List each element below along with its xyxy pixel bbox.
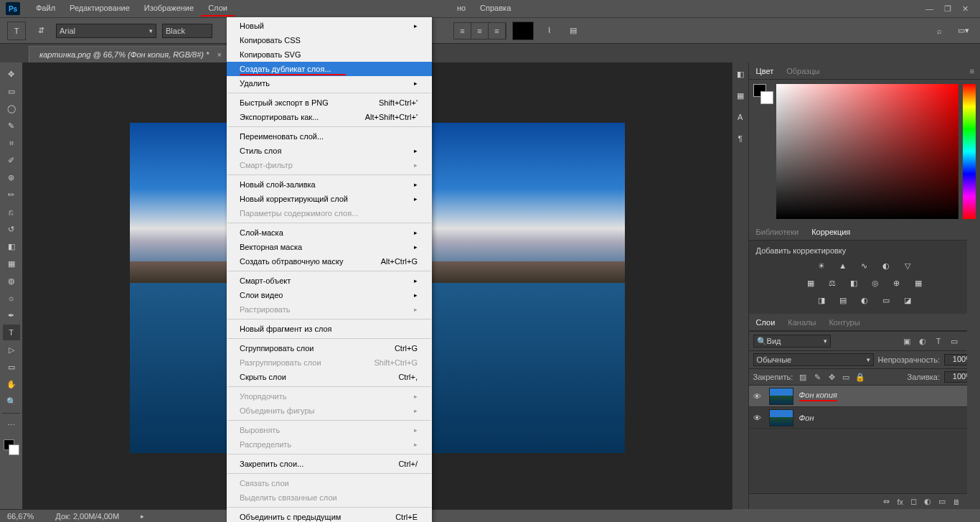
font-family-select[interactable]: Arial▾ — [56, 24, 156, 38]
bw-icon[interactable]: ◧ — [847, 276, 861, 289]
menu-редактирование[interactable]: Редактирование — [62, 1, 137, 17]
lock-artboard-icon[interactable]: ▭ — [840, 371, 852, 383]
hue-slider[interactable] — [963, 84, 976, 219]
tab-swatches[interactable]: Образцы — [785, 64, 821, 78]
brightness-icon[interactable]: ☀ — [814, 259, 829, 272]
move-tool[interactable]: ✥ — [3, 66, 20, 82]
color-field[interactable] — [776, 84, 958, 219]
menu-item[interactable]: Копировать CSS — [227, 33, 432, 47]
menu-item[interactable]: Объединить с предыдущимCtrl+E — [227, 510, 432, 522]
history-brush-tool[interactable]: ↺ — [3, 221, 20, 237]
filter-type-icon[interactable]: T — [933, 335, 944, 347]
minimize-button[interactable]: — — [925, 4, 933, 14]
menu-item[interactable]: Переименовать слой... — [227, 129, 432, 144]
link-layers-button[interactable]: ⇔ — [883, 497, 890, 506]
new-fill-button[interactable]: ◐ — [924, 497, 931, 506]
filter-shape-icon[interactable]: ▭ — [948, 335, 960, 347]
menu-слои[interactable]: Слои — [201, 1, 235, 17]
levels-icon[interactable]: ▲ — [836, 259, 850, 272]
edit-toolbar-button[interactable]: ⋯ — [3, 417, 20, 433]
crop-tool[interactable]: ⌗ — [3, 135, 20, 151]
lock-all-icon[interactable]: 🔒 — [854, 371, 866, 383]
lock-position-icon[interactable]: ✥ — [826, 371, 837, 383]
menu-item[interactable]: Новый▸ — [227, 19, 432, 33]
menu-item[interactable]: Смарт-объект▸ — [227, 274, 432, 288]
history-icon[interactable]: ◧ — [733, 67, 748, 81]
menu-item[interactable]: Экспортировать как...Alt+Shift+Ctrl+' — [227, 110, 432, 124]
new-group-button[interactable]: ▭ — [938, 497, 946, 506]
menu-item[interactable]: Стиль слоя▸ — [227, 144, 432, 158]
layer-visibility-toggle[interactable]: 👁 — [753, 392, 763, 401]
channel-mixer-icon[interactable]: ⊕ — [890, 276, 904, 289]
lookup-icon[interactable]: ▦ — [911, 276, 925, 289]
selective-color-icon[interactable]: ◪ — [900, 294, 915, 307]
type-tool[interactable]: T — [3, 325, 20, 340]
curves-icon[interactable]: ∿ — [857, 259, 872, 272]
zoom-level[interactable]: 66,67% — [7, 512, 34, 521]
posterize-icon[interactable]: ▤ — [836, 294, 850, 307]
character-panel-button[interactable]: ▤ — [564, 22, 583, 40]
color-swatch-pair[interactable] — [753, 84, 773, 104]
tab-libraries[interactable]: Библиотеки — [755, 225, 801, 239]
tab-layers[interactable]: Слои — [755, 315, 777, 330]
gradient-tool[interactable]: ▦ — [3, 256, 20, 271]
layer-filter-kind-select[interactable]: 🔍 Вид ▾ — [753, 335, 831, 348]
layer-row[interactable]: 👁Фон🔒 — [749, 407, 980, 429]
menu-item[interactable]: Новый фрагмент из слоя — [227, 322, 432, 336]
menu-справка[interactable]: Справка — [473, 1, 518, 17]
color-panel-menu[interactable]: ≡ — [970, 67, 974, 75]
close-button[interactable]: ✕ — [962, 4, 969, 14]
threshold-icon[interactable]: ◐ — [857, 294, 872, 307]
tab-channels[interactable]: Каналы — [786, 315, 817, 330]
lasso-tool[interactable]: ◯ — [3, 101, 20, 116]
gradient-map-icon[interactable]: ▭ — [879, 294, 893, 307]
maximize-button[interactable]: ❐ — [944, 4, 951, 14]
menu-item[interactable]: Сгруппировать слоиCtrl+G — [227, 341, 432, 355]
layer-visibility-toggle[interactable]: 👁 — [753, 414, 763, 422]
dodge-tool[interactable]: ☼ — [3, 290, 20, 306]
menu-item[interactable]: Удалить▸ — [227, 76, 432, 90]
menu-item[interactable]: Слои видео▸ — [227, 288, 432, 302]
font-color-select[interactable]: Black — [162, 24, 212, 38]
search-icon[interactable]: ⌕ — [930, 22, 948, 40]
workspace-switcher-button[interactable]: ▭▾ — [954, 22, 973, 40]
menu-изображение[interactable]: Изображение — [137, 1, 201, 17]
lock-image-icon[interactable]: ✎ — [811, 371, 823, 383]
blur-tool[interactable]: ◍ — [3, 273, 20, 289]
invert-icon[interactable]: ◨ — [814, 294, 829, 307]
foreground-background-swatch[interactable] — [2, 438, 21, 457]
menu-item[interactable]: Быстрый экспорт в PNGShift+Ctrl+' — [227, 95, 432, 110]
menu-item[interactable]: Слой-маска▸ — [227, 225, 432, 240]
zoom-tool[interactable]: 🔍 — [3, 393, 20, 409]
menu-item[interactable]: Создать обтравочную маскуAlt+Ctrl+G — [227, 254, 432, 269]
new-layer-button[interactable]: 🗎 — [953, 498, 961, 506]
menu-item[interactable]: Создать дубликат слоя... — [227, 62, 432, 76]
brush-tool[interactable]: ✏ — [3, 187, 20, 202]
paragraph-icon[interactable]: ¶ — [733, 131, 748, 146]
menu-item[interactable]: Копировать SVG — [227, 47, 432, 62]
marquee-tool[interactable]: ▭ — [3, 83, 20, 99]
status-menu-arrow[interactable]: ▸ — [141, 513, 144, 520]
blend-mode-select[interactable]: Обычные▾ — [753, 353, 874, 366]
layer-fx-button[interactable]: fx — [897, 498, 903, 506]
healing-brush-tool[interactable]: ⊛ — [3, 169, 20, 185]
align-center-button[interactable]: ≡ — [471, 23, 489, 39]
menu-item[interactable]: Новый слой-заливка▸ — [227, 177, 432, 192]
tab-color[interactable]: Цвет — [755, 64, 776, 78]
balance-icon[interactable]: ⚖ — [825, 276, 839, 289]
vibrance-icon[interactable]: ▽ — [900, 259, 915, 272]
layer-name[interactable]: Фон — [799, 414, 814, 422]
eraser-tool[interactable]: ◧ — [3, 238, 20, 254]
photo-filter-icon[interactable]: ◎ — [868, 276, 882, 289]
menu-файл[interactable]: Файл — [29, 1, 62, 17]
orientation-toggle[interactable]: ⇵ — [32, 22, 50, 40]
exposure-icon[interactable]: ◐ — [879, 259, 893, 272]
menu-item[interactable]: Векторная маска▸ — [227, 240, 432, 254]
layer-mask-button[interactable]: ◻ — [910, 497, 917, 506]
hue-icon[interactable]: ▦ — [804, 276, 818, 289]
filter-adjust-icon[interactable]: ◐ — [917, 335, 928, 347]
tool-preset-button[interactable]: T — [7, 22, 26, 40]
document-tab[interactable]: картинка.png @ 66,7% (Фон копия, RGB/8#)… — [29, 46, 232, 62]
lock-transparent-icon[interactable]: ▨ — [797, 371, 809, 383]
align-left-button[interactable]: ≡ — [454, 23, 471, 39]
